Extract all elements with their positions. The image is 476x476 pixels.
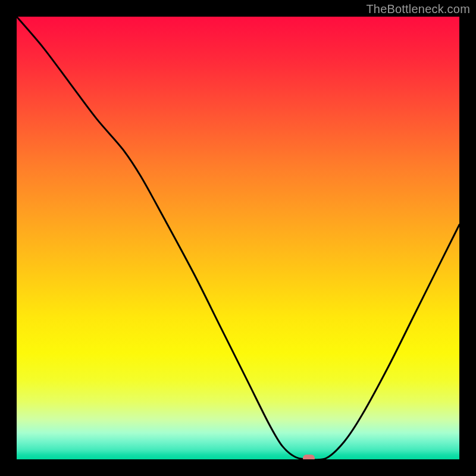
bottleneck-curve xyxy=(17,17,459,459)
plot-area xyxy=(17,17,459,459)
chart-frame: TheBottleneck.com xyxy=(0,0,476,476)
watermark-text: TheBottleneck.com xyxy=(366,2,470,16)
optimal-marker xyxy=(303,455,315,459)
